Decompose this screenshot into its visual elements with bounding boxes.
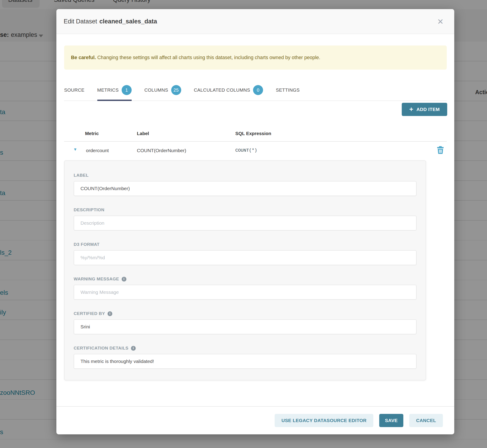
metric-name: ordercount: [86, 148, 109, 153]
tab-calculated-columns-label: CALCULATED COLUMNS: [194, 87, 250, 93]
field-warning-message: WARNING MESSAGE i: [74, 277, 416, 300]
trash-icon[interactable]: [437, 146, 444, 155]
metrics-count-badge: 1: [122, 85, 132, 95]
tab-source-label: SOURCE: [64, 87, 85, 93]
d3-format-field-label-text: D3 FORMAT: [74, 242, 100, 247]
tab-calculated-columns[interactable]: CALCULATED COLUMNS 0: [194, 80, 263, 101]
modal-title-prefix: Edit Dataset: [64, 18, 97, 25]
certification-details-input[interactable]: [74, 354, 416, 369]
field-certification-details: CERTIFICATION DETAILS i: [74, 346, 416, 369]
modal-header: Edit Datasetcleaned_sales_data ✕: [56, 9, 454, 34]
d3-format-input[interactable]: [74, 250, 416, 265]
warning-message-field-label-text: WARNING MESSAGE: [74, 277, 119, 281]
edit-dataset-modal: Edit Datasetcleaned_sales_data ✕ Be care…: [56, 9, 454, 434]
tab-columns-label: COLUMNS: [144, 87, 168, 93]
metrics-column-header-label: Label: [137, 131, 149, 136]
warning-banner: Be careful. Changing these settings will…: [64, 46, 447, 70]
metrics-column-header-metric: Metric: [85, 131, 99, 136]
field-certified-by: CERTIFIED BY i: [74, 311, 416, 334]
info-icon[interactable]: i: [108, 311, 112, 316]
description-input[interactable]: [74, 216, 416, 231]
calculated-columns-count-badge: 0: [253, 85, 263, 95]
modal-footer: USE LEGACY DATASOURCE EDITOR SAVE CANCEL: [56, 407, 454, 434]
label-field-label: LABEL: [74, 173, 416, 178]
d3-format-field-label: D3 FORMAT: [74, 242, 416, 247]
save-button[interactable]: SAVE: [379, 414, 403, 427]
field-d3-format: D3 FORMAT: [74, 242, 416, 265]
warning-banner-message: Changing these settings will affect all …: [97, 55, 320, 61]
info-icon[interactable]: i: [122, 277, 126, 281]
metric-label: COUNT(OrderNumber): [137, 148, 186, 153]
info-icon[interactable]: i: [131, 346, 136, 351]
add-item-button[interactable]: + ADD ITEM: [402, 103, 447, 116]
dataset-editor-tabs: SOURCE METRICS 1 COLUMNS 25 CALCULATED C…: [64, 80, 447, 101]
add-item-label: ADD ITEM: [416, 107, 440, 112]
description-field-label: DESCRIPTION: [74, 208, 416, 212]
metric-sql-expression: COUNT(*): [235, 148, 257, 153]
collapse-caret-icon[interactable]: ▼: [73, 147, 77, 152]
tab-metrics[interactable]: METRICS 1: [97, 80, 132, 101]
field-label: LABEL: [74, 173, 416, 196]
label-input[interactable]: [74, 181, 416, 196]
certified-by-field-label: CERTIFIED BY i: [74, 311, 416, 316]
description-field-label-text: DESCRIPTION: [74, 208, 104, 212]
use-legacy-datasource-editor-button[interactable]: USE LEGACY DATASOURCE EDITOR: [275, 414, 373, 427]
field-description: DESCRIPTION: [74, 208, 416, 231]
plus-icon: +: [409, 106, 413, 112]
metrics-table-divider: [64, 141, 447, 142]
certification-details-field-label-text: CERTIFICATION DETAILS: [74, 346, 128, 351]
tab-source[interactable]: SOURCE: [64, 80, 85, 101]
close-icon[interactable]: ✕: [432, 9, 448, 34]
tab-metrics-label: METRICS: [97, 87, 119, 93]
warning-message-field-label: WARNING MESSAGE i: [74, 277, 416, 281]
metric-detail-panel: LABEL DESCRIPTION D3 FORMAT WARNING MESS…: [64, 160, 426, 380]
tab-columns[interactable]: COLUMNS 25: [144, 80, 181, 101]
warning-banner-emphasis: Be careful.: [71, 55, 96, 61]
modal-title: Edit Datasetcleaned_sales_data: [64, 18, 157, 25]
columns-count-badge: 25: [171, 85, 181, 95]
warning-message-input[interactable]: [74, 285, 416, 300]
label-field-label-text: LABEL: [74, 173, 89, 178]
tab-settings-label: SETTINGS: [276, 87, 300, 93]
cancel-button[interactable]: CANCEL: [409, 414, 443, 427]
modal-title-dataset-name: cleaned_sales_data: [99, 18, 157, 25]
certified-by-field-label-text: CERTIFIED BY: [74, 311, 105, 316]
certification-details-field-label: CERTIFICATION DETAILS i: [74, 346, 416, 351]
certified-by-input[interactable]: [74, 319, 416, 334]
tab-settings[interactable]: SETTINGS: [276, 80, 300, 101]
metrics-column-header-sql: SQL Expression: [235, 131, 271, 136]
